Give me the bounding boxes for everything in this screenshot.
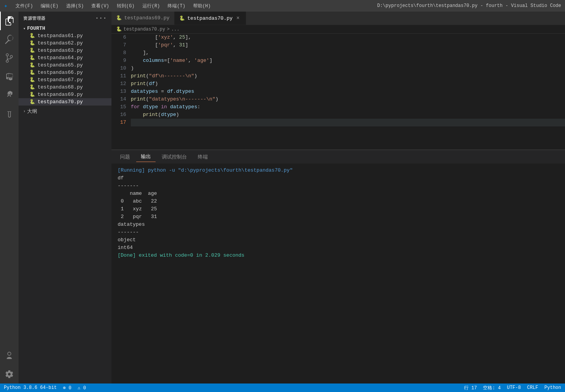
sidebar-title: 资源管理器 [23, 15, 46, 21]
status-spaces[interactable]: 空格: 4 [483, 385, 501, 391]
code-line-8: ], [131, 49, 565, 57]
python-file-icon: 🐍 [29, 84, 35, 90]
code-line-16: print(dtype) [131, 111, 565, 119]
sidebar-file-testpandas67-py[interactable]: 🐍testpandas67.py [19, 76, 111, 84]
sidebar-more-button[interactable]: ··· [95, 15, 107, 22]
status-errors[interactable]: ⊗ 0 [63, 385, 72, 391]
code-line-12: print(df) [131, 80, 565, 88]
code-line-13: datatypes = df.dtypes [131, 88, 565, 95]
sidebar: 资源管理器 ··· ▾ FOURTH 🐍testpandas61.py🐍test… [19, 12, 111, 383]
search-activity-icon[interactable] [0, 30, 19, 49]
status-python-version[interactable]: Python 3.8.6 64-bit [4, 385, 57, 390]
breadcrumb: 🐍 testpandas70.py > ... [111, 25, 565, 34]
folder-name: FOURTH [27, 26, 45, 31]
chevron-right-icon: › [23, 109, 26, 114]
code-line-15: for dtype in datatypes: [131, 103, 565, 111]
panel-tab-终端[interactable]: 终端 [193, 152, 212, 162]
sidebar-outline-section[interactable]: › 大纲 [19, 106, 111, 117]
panel-output: [Running] python -u "d:\pyprojects\fourt… [111, 164, 565, 383]
sidebar-header: 资源管理器 ··· [19, 12, 111, 25]
panel-tab-输出[interactable]: 输出 [136, 152, 156, 162]
status-bar: Python 3.8.6 64-bit ⊗ 0 ⚠ 0 行 17 空格: 4 U… [0, 383, 565, 392]
outline-label: 大纲 [27, 108, 37, 115]
menu-edit[interactable]: 编辑(E) [38, 2, 62, 10]
status-language[interactable]: Python [544, 385, 561, 391]
menu-bar: 文件(F) 编辑(E) 选择(S) 查看(V) 转到(G) 运行(R) 终端(T… [12, 2, 214, 10]
explorer-activity-icon[interactable] [0, 12, 19, 30]
output-line: [Running] python -u "d:\pyprojects\fourt… [118, 167, 559, 174]
menu-select[interactable]: 选择(S) [63, 2, 87, 10]
source-control-activity-icon[interactable] [0, 49, 19, 67]
menu-view[interactable]: 查看(V) [88, 2, 112, 10]
output-line: int64 [118, 244, 559, 252]
window-title: D:\pyprojects\fourth\testpandas70.py - f… [377, 3, 561, 9]
sidebar-file-testpandas69-py[interactable]: 🐍testpandas69.py [19, 91, 111, 98]
status-warnings[interactable]: ⚠ 0 [77, 385, 86, 391]
code-line-6: ['xyz', 25], [131, 34, 565, 41]
vscode-icon: ✦ [4, 2, 8, 10]
status-line-ending[interactable]: CRLF [527, 385, 538, 391]
output-line: datatypes [118, 221, 559, 228]
menu-run[interactable]: 运行(R) [139, 2, 163, 10]
tab-file-icon: 🐍 [116, 15, 122, 21]
panel-tab-问题[interactable]: 问题 [115, 152, 135, 162]
output-line: 0 abc 22 [118, 198, 559, 205]
code-line-17 [131, 119, 565, 126]
python-file-icon: 🐍 [29, 70, 35, 75]
sidebar-file-testpandas70-py[interactable]: 🐍testpandas70.py [19, 98, 111, 106]
code-line-9: columns=['name', 'age'] [131, 57, 565, 65]
menu-file[interactable]: 文件(F) [12, 2, 36, 10]
python-file-icon: 🐍 [29, 62, 35, 68]
panel-tab-bar: 问题输出调试控制台终端 [111, 150, 565, 164]
tab-bar: 🐍testpandas69.py🐍testpandas70.py× [111, 12, 565, 25]
code-line-14: print("datatypes\n-------\n") [131, 95, 565, 103]
sidebar-file-testpandas66-py[interactable]: 🐍testpandas66.py [19, 69, 111, 76]
file-icon: 🐍 [116, 26, 122, 32]
code-line-10: ) [131, 65, 565, 72]
activity-bar [0, 12, 19, 383]
editor-panel-split: 67891011121314151617 ['xyz', 25], ['pqr'… [111, 34, 565, 383]
sidebar-folder[interactable]: ▾ FOURTH [19, 25, 111, 32]
sidebar-file-testpandas63-py[interactable]: 🐍testpandas63.py [19, 47, 111, 54]
sidebar-file-testpandas65-py[interactable]: 🐍testpandas65.py [19, 61, 111, 69]
sidebar-file-testpandas64-py[interactable]: 🐍testpandas64.py [19, 54, 111, 61]
output-line: 2 pqr 31 [118, 213, 559, 221]
code-content[interactable]: ['xyz', 25], ['pqr', 31] ], columns=['na… [131, 34, 565, 150]
panel: 问题输出调试控制台终端 [Running] python -u "d:\pypr… [111, 150, 565, 383]
line-numbers: 67891011121314151617 [111, 34, 131, 150]
status-encoding[interactable]: UTF-8 [507, 385, 521, 391]
breadcrumb-file[interactable]: testpandas70.py [123, 27, 165, 32]
tab-testpandas70-py[interactable]: 🐍testpandas70.py× [175, 12, 246, 25]
python-file-icon: 🐍 [29, 99, 35, 105]
sidebar-file-testpandas61-py[interactable]: 🐍testpandas61.py [19, 32, 111, 39]
python-file-icon: 🐍 [29, 77, 35, 83]
titlebar: ✦ 文件(F) 编辑(E) 选择(S) 查看(V) 转到(G) 运行(R) 终端… [0, 0, 565, 12]
code-editor[interactable]: 67891011121314151617 ['xyz', 25], ['pqr'… [111, 34, 565, 150]
menu-help[interactable]: 帮助(H) [190, 2, 214, 10]
output-line: 1 xyz 25 [118, 205, 559, 213]
sidebar-file-testpandas62-py[interactable]: 🐍testpandas62.py [19, 39, 111, 47]
breadcrumb-separator: > [167, 27, 170, 32]
code-line-11: print("df\n-------\n") [131, 72, 565, 80]
sidebar-file-testpandas68-py[interactable]: 🐍testpandas68.py [19, 84, 111, 91]
python-file-icon: 🐍 [29, 48, 35, 53]
output-line: ------- [118, 228, 559, 236]
status-line-col[interactable]: 行 17 [464, 385, 477, 391]
settings-activity-icon[interactable] [0, 365, 19, 383]
chevron-down-icon: ▾ [23, 26, 26, 31]
test-activity-icon[interactable] [0, 106, 19, 124]
run-activity-icon[interactable] [0, 67, 19, 86]
python-file-icon: 🐍 [29, 40, 35, 46]
menu-terminal[interactable]: 终端(T) [164, 2, 188, 10]
code-line-7: ['pqr', 31] [131, 41, 565, 49]
menu-goto[interactable]: 转到(G) [114, 2, 138, 10]
python-file-icon: 🐍 [29, 92, 35, 97]
tab-close-button[interactable]: × [235, 15, 241, 21]
sidebar-file-list: 🐍testpandas61.py🐍testpandas62.py🐍testpan… [19, 32, 111, 106]
extensions-activity-icon[interactable] [0, 86, 19, 104]
breadcrumb-context: ... [171, 27, 180, 32]
panel-tab-调试控制台[interactable]: 调试控制台 [157, 152, 192, 162]
output-line: name age [118, 190, 559, 198]
tab-testpandas69-py[interactable]: 🐍testpandas69.py [111, 12, 175, 25]
account-activity-icon[interactable] [0, 346, 19, 365]
